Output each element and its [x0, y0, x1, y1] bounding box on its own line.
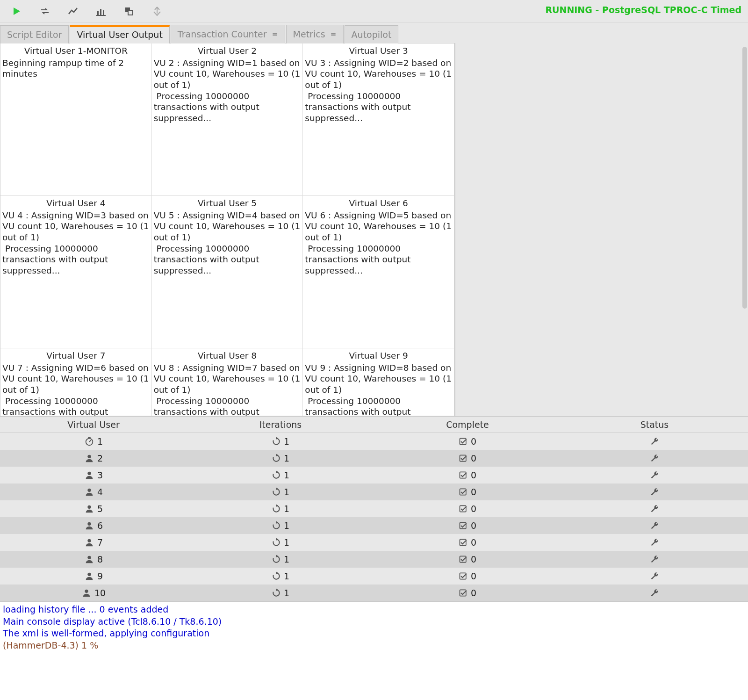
vu-output-panel: Virtual User 4VU 4 : Assigning WID=3 bas… [0, 196, 152, 348]
wrench-icon [649, 504, 660, 514]
vu-output-panel: Virtual User 9VU 9 : Assigning WID=8 bas… [303, 348, 454, 416]
toolbar: RUNNING - PostgreSQL TPROC-C Timed [0, 0, 748, 22]
vu-panel-text: Beginning rampup time of 2 minutes [2, 58, 150, 79]
table-row: 1010 [0, 585, 748, 601]
check-icon [459, 538, 468, 547]
table-row: 710 [0, 534, 748, 551]
cell-status [561, 436, 748, 447]
vu-output-panel: Virtual User 6VU 6 : Assigning WID=5 bas… [303, 196, 454, 348]
cards-button[interactable] [115, 2, 143, 21]
vu-panel-text: VU 5 : Assigning WID=4 based on VU count… [154, 210, 301, 276]
cell-iterations: 1 [187, 520, 374, 531]
console-prompt: (HammerDB-4.3) 1 % [3, 640, 745, 652]
col-vu: Virtual User [0, 419, 187, 430]
vu-table: Virtual User Iterations Complete Status … [0, 416, 748, 601]
vu-number: 8 [97, 554, 103, 564]
cell-iterations: 1 [187, 487, 374, 497]
iter-value: 1 [284, 453, 289, 463]
complete-value: 0 [471, 436, 476, 447]
cell-iterations: 1 [187, 470, 374, 480]
cell-vu: 3 [0, 470, 187, 480]
col-comp: Complete [374, 419, 561, 430]
check-icon [459, 470, 468, 480]
cycle-icon [272, 571, 281, 581]
vu-number: 10 [94, 588, 106, 598]
cell-vu: 9 [0, 571, 187, 581]
check-icon [459, 588, 468, 598]
status-text: RUNNING - PostgreSQL TPROC-C Timed [545, 5, 741, 15]
user-icon [84, 487, 94, 497]
vu-number: 9 [97, 571, 103, 581]
tab-metrics[interactable]: Metrics [286, 25, 344, 44]
col-stat: Status [561, 419, 748, 430]
tab-script-editor[interactable]: Script Editor [0, 25, 69, 43]
complete-value: 0 [471, 520, 476, 531]
vu-panel-text: VU 9 : Assigning WID=8 based on VU count… [305, 362, 452, 416]
cell-vu: 8 [0, 554, 187, 564]
wrench-icon [649, 436, 660, 447]
table-row: 610 [0, 517, 748, 534]
cell-iterations: 1 [187, 588, 374, 598]
vu-output-panel: Virtual User 7VU 7 : Assigning WID=6 bas… [0, 348, 152, 416]
cell-status [561, 520, 748, 531]
barchart-button[interactable] [87, 2, 115, 21]
cycle-icon [272, 454, 281, 463]
cycle-icon [272, 487, 281, 497]
check-icon [459, 504, 468, 513]
upload-button[interactable] [143, 2, 171, 21]
complete-value: 0 [471, 571, 476, 581]
cycle-icon [272, 437, 281, 446]
tab-autopilot[interactable]: Autopilot [345, 25, 399, 43]
cell-status [561, 470, 748, 480]
console[interactable]: loading history file ... 0 events added … [0, 601, 748, 700]
vu-panel-title: Virtual User 2 [154, 44, 301, 58]
run-button[interactable] [3, 2, 31, 21]
vu-output-panel: Virtual User 8VU 8 : Assigning WID=7 bas… [152, 348, 303, 416]
linechart-button[interactable] [59, 2, 87, 21]
check-icon [459, 437, 468, 446]
console-line: The xml is well-formed, applying configu… [3, 628, 745, 640]
output-blank-panel [455, 43, 748, 416]
cycle-button[interactable] [31, 2, 59, 21]
cell-complete: 0 [374, 571, 561, 581]
vu-panel-text: VU 4 : Assigning WID=3 based on VU count… [2, 210, 150, 276]
table-header: Virtual User Iterations Complete Status [0, 416, 748, 433]
cell-status [561, 588, 748, 598]
cell-vu: 6 [0, 520, 187, 531]
svg-rect-1 [100, 9, 101, 15]
tab-dropdown-icon [330, 29, 337, 40]
vu-number: 7 [97, 537, 103, 548]
user-icon [84, 453, 94, 463]
cell-iterations: 1 [187, 554, 374, 564]
vu-panel-title: Virtual User 1-MONITOR [2, 44, 150, 58]
vu-panel-text: VU 6 : Assigning WID=5 based on VU count… [305, 210, 452, 276]
table-row: 810 [0, 551, 748, 568]
table-row: 310 [0, 467, 748, 484]
wrench-icon [649, 520, 660, 531]
cell-vu: 1 [0, 436, 187, 447]
svg-rect-5 [128, 10, 133, 15]
cell-status [561, 571, 748, 581]
cycle-icon [272, 538, 281, 547]
cell-vu: 4 [0, 487, 187, 497]
complete-value: 0 [471, 537, 476, 548]
svg-rect-3 [96, 15, 106, 16]
wrench-icon [649, 588, 660, 598]
tab-vu-output[interactable]: Virtual User Output [70, 25, 169, 43]
user-icon [84, 571, 94, 581]
iter-value: 1 [284, 436, 289, 447]
tab-label: Autopilot [352, 29, 392, 40]
iter-value: 1 [284, 554, 289, 564]
complete-value: 0 [471, 554, 476, 564]
tab-dropdown-icon [272, 29, 278, 40]
cell-iterations: 1 [187, 504, 374, 514]
cell-status [561, 453, 748, 463]
cell-complete: 0 [374, 487, 561, 497]
scrollbar[interactable] [742, 47, 747, 309]
wrench-icon [649, 487, 660, 497]
tab-transaction-counter[interactable]: Transaction Counter [171, 25, 285, 44]
cycle-icon [272, 555, 281, 564]
iter-value: 1 [284, 487, 289, 497]
vu-panel-title: Virtual User 4 [2, 197, 150, 210]
svg-rect-2 [103, 10, 104, 15]
